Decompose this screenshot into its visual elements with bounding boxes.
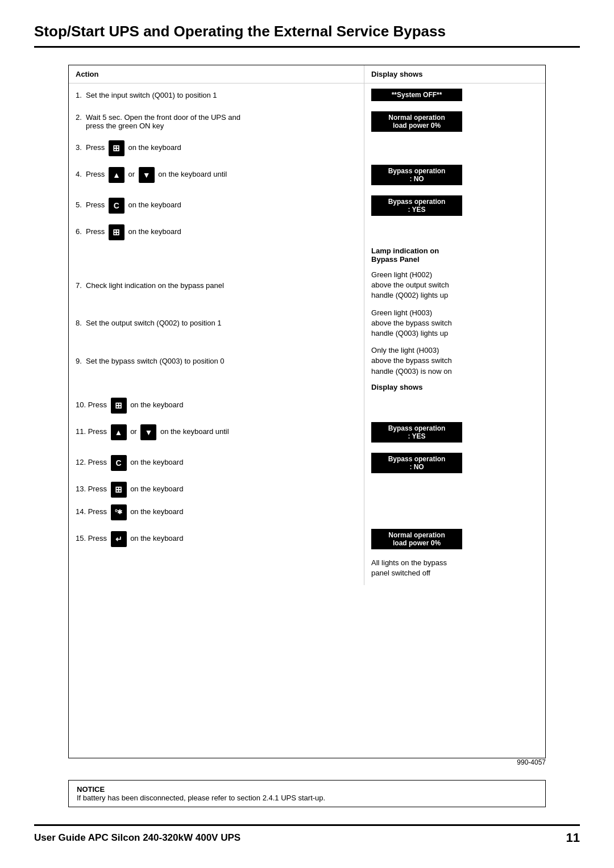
c-key-icon-2: C xyxy=(111,455,127,471)
step-12-display: Bypass operation: NO xyxy=(364,448,545,478)
step-14-action: 14. Press ⁰✱ on the keyboard xyxy=(69,501,364,524)
step-10-action: 10. Press ⊞ on the keyboard xyxy=(69,394,364,417)
step-13-action: 13. Press ⊞ on the keyboard xyxy=(69,478,364,501)
table-row: 14. Press ⁰✱ on the keyboard xyxy=(69,501,545,524)
step-11-display: Bypass operation: YES xyxy=(364,417,545,448)
up-arrow-icon: ▲ xyxy=(109,167,125,183)
table-row: 4. Press ▲ or ▼ on the keyboard until By… xyxy=(69,160,545,190)
table-row: 10. Press ⊞ on the keyboard xyxy=(69,394,545,417)
table-row: 5. Press C on the keyboard Bypass operat… xyxy=(69,190,545,221)
table-row: 12. Press C on the keyboard Bypass opera… xyxy=(69,448,545,478)
step-3-action: 3. Press ⊞ on the keyboard xyxy=(69,137,364,160)
table-row: 2. Wait 5 sec. Open the front door of th… xyxy=(69,106,545,137)
step-9-action: 9. Set the bypass switch (Q003) to posit… xyxy=(69,342,364,380)
step-6-display xyxy=(364,221,545,244)
notice-box: NOTICE If battery has been disconnected,… xyxy=(68,780,546,807)
menu-key-icon-3: ⊞ xyxy=(111,398,127,414)
menu-key-icon-2: ⊞ xyxy=(109,224,125,240)
step-2-display: Normal operationload power 0% xyxy=(364,106,545,137)
main-content-table: Action Display shows 1. Set the input sw… xyxy=(68,65,546,758)
table-row: 9. Set the bypass switch (Q003) to posit… xyxy=(69,342,545,380)
asterisk-key-icon: ⁰✱ xyxy=(111,504,127,520)
menu-key-icon-4: ⊞ xyxy=(111,482,127,498)
step-7-display: Green light (H002)above the output switc… xyxy=(364,266,545,304)
step-13-display xyxy=(364,478,545,501)
table-row: 8. Set the output switch (Q002) to posit… xyxy=(69,304,545,343)
enter-key-icon: ↵ xyxy=(111,531,127,547)
step-5-action: 5. Press C on the keyboard xyxy=(69,190,364,221)
step-8-display: Green light (H003)above the bypass switc… xyxy=(364,304,545,343)
step-9-display: Only the light (H003)above the bypass sw… xyxy=(364,342,545,380)
notice-title: NOTICE xyxy=(77,785,105,794)
table-row: 1. Set the input switch (Q001) to positi… xyxy=(69,84,545,107)
display-shows-header-2: Display shows xyxy=(371,381,422,391)
step-11-action: 11. Press ▲ or ▼ on the keyboard until xyxy=(69,417,364,448)
bypass-yes-badge-1: Bypass operation: YES xyxy=(371,195,462,216)
step-6-action: 6. Press ⊞ on the keyboard xyxy=(69,221,364,244)
footer-bar: User Guide APC Silcon 240-320kW 400V UPS… xyxy=(34,824,580,845)
c-key-icon: C xyxy=(109,198,125,214)
bypass-no-badge-1: Bypass operation: NO xyxy=(371,165,462,185)
up-arrow-icon-2: ▲ xyxy=(111,424,127,440)
bypass-yes-badge-2: Bypass operation: YES xyxy=(371,422,462,443)
step-4-display: Bypass operation: NO xyxy=(364,160,545,190)
down-arrow-icon: ▼ xyxy=(139,167,155,183)
table-row: 15. Press ↵ on the keyboard Normal opera… xyxy=(69,524,545,554)
lamp-header-cell: Lamp indication onBypass Panel xyxy=(364,244,545,266)
lamp-indication-header: Lamp indication onBypass Panel xyxy=(371,244,439,264)
system-off-badge: **System OFF** xyxy=(371,89,462,101)
display-header-cell-2: Display shows xyxy=(364,380,545,394)
step-1-action: 1. Set the input switch (Q001) to positi… xyxy=(69,84,364,107)
table-row: 6. Press ⊞ on the keyboard xyxy=(69,221,545,244)
step-14-display xyxy=(364,501,545,524)
step-15-display: Normal operationload power 0% xyxy=(364,524,545,554)
table-row: 3. Press ⊞ on the keyboard xyxy=(69,137,545,160)
menu-key-icon: ⊞ xyxy=(109,140,125,156)
table-row: 7. Check light indication on the bypass … xyxy=(69,266,545,304)
end-action-spacer xyxy=(69,554,364,585)
down-arrow-icon-2: ▼ xyxy=(140,424,156,440)
normal-operation-badge-1: Normal operationload power 0% xyxy=(371,111,462,132)
step-15-action: 15. Press ↵ on the keyboard xyxy=(69,524,364,554)
page-title: Stop/Start UPS and Operating the Externa… xyxy=(34,23,580,48)
lamp-header-row: Lamp indication onBypass Panel xyxy=(69,244,545,266)
footer-page-number: 11 xyxy=(566,831,580,845)
step-4-action: 4. Press ▲ or ▼ on the keyboard until xyxy=(69,160,364,190)
lamp-spacer xyxy=(69,244,364,266)
doc-number: 990-4057 xyxy=(34,758,546,766)
col-header-action: Action xyxy=(69,65,364,84)
col-header-display: Display shows xyxy=(364,65,545,84)
bypass-no-badge-2: Bypass operation: NO xyxy=(371,453,462,473)
step-5-display: Bypass operation: YES xyxy=(364,190,545,221)
footer-guide-text: User Guide APC Silcon 240-320kW 400V UPS xyxy=(34,832,566,844)
normal-operation-badge-2: Normal operationload power 0% xyxy=(371,529,462,549)
table-row-end: All lights on the bypasspanel switched o… xyxy=(69,554,545,585)
step-10-display xyxy=(364,394,545,417)
table-row: 11. Press ▲ or ▼ on the keyboard until B… xyxy=(69,417,545,448)
step-3-display xyxy=(364,137,545,160)
step-7-action: 7. Check light indication on the bypass … xyxy=(69,266,364,304)
step-8-action: 8. Set the output switch (Q002) to posit… xyxy=(69,304,364,343)
display-header-row-2: Display shows xyxy=(69,380,545,394)
step-2-action: 2. Wait 5 sec. Open the front door of th… xyxy=(69,106,364,137)
step-1-display: **System OFF** xyxy=(364,84,545,107)
end-display-text: All lights on the bypasspanel switched o… xyxy=(364,554,545,585)
notice-text: If battery has been disconnected, please… xyxy=(77,794,325,802)
step-12-action: 12. Press C on the keyboard xyxy=(69,448,364,478)
table-row: 13. Press ⊞ on the keyboard xyxy=(69,478,545,501)
display-spacer-2 xyxy=(69,380,364,394)
